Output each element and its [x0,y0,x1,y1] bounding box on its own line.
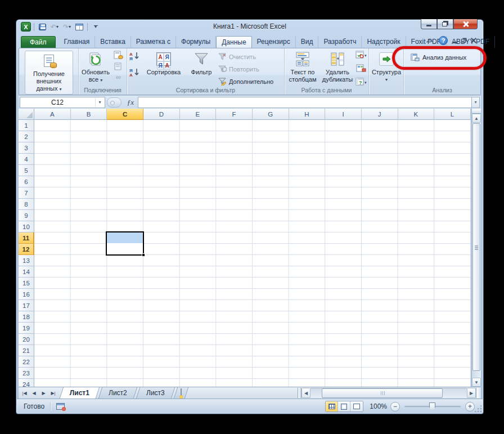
next-sheet-icon[interactable]: ▶ [39,389,48,397]
remove-duplicates-button[interactable]: Удалить дубликаты [321,51,354,83]
tab-page-layout[interactable]: Разметка с [131,36,176,48]
row-header-11[interactable]: 11 [19,232,34,244]
column-header-H[interactable]: H [289,109,326,120]
column-header-L[interactable]: L [434,109,471,120]
formula-input[interactable] [138,97,471,108]
close-button[interactable] [453,19,478,29]
expand-formula-bar-icon[interactable]: ▾ [471,97,480,108]
column-header-K[interactable]: K [398,109,435,120]
get-external-data-button[interactable]: Получение внешних данных ▾ [25,51,73,95]
connection-properties-button[interactable] [114,51,123,60]
name-box[interactable]: C12 ▾ [20,97,105,108]
tab-insert[interactable]: Вставка [95,36,131,48]
sort-ascending-button[interactable]: АЯ [129,51,140,63]
row-header-23[interactable]: 23 [19,368,34,379]
sheet-tab-Лист1[interactable]: Лист1 [60,387,100,399]
row-header-7[interactable]: 7 [19,187,34,199]
edit-links-icon[interactable]: ∞ [114,73,123,82]
restore-button[interactable] [437,19,453,29]
insert-function-button[interactable]: ƒx [123,97,138,108]
tab-home[interactable]: Главная [59,36,96,48]
reapply-filter-button[interactable]: Повторить [218,64,273,75]
row-header-1[interactable]: 1 [19,120,34,131]
consolidate-button[interactable] [356,64,367,75]
name-box-resizer[interactable] [107,97,122,108]
zoom-slider[interactable] [404,406,461,408]
horizontal-split-handle[interactable] [476,388,481,398]
scroll-left-icon[interactable]: ◀ [302,388,310,398]
column-header-E[interactable]: E [180,109,217,120]
workbook-minimize-button[interactable] [453,38,457,43]
row-header-19[interactable]: 19 [19,323,34,334]
sort-descending-button[interactable]: ЯА [129,68,140,79]
select-all-corner[interactable] [19,109,34,120]
column-header-C[interactable]: C [107,109,143,120]
zoom-slider-thumb[interactable] [429,402,435,411]
tab-file[interactable]: Файл [21,36,56,48]
sheet-tab-Лист3[interactable]: Лист3 [136,387,175,399]
vertical-scrollbar[interactable]: ▲ ▼ [471,109,481,387]
tab-data[interactable]: Данные [216,36,251,48]
vertical-split-handle[interactable] [472,109,481,114]
workbook-restore-button[interactable] [462,39,466,43]
sheet-tab-Лист2[interactable]: Лист2 [98,387,137,399]
row-header-22[interactable]: 22 [19,356,34,368]
row-header-4[interactable]: 4 [19,154,34,165]
normal-view-button[interactable] [326,401,338,411]
column-header-J[interactable]: J [362,109,398,120]
row-header-20[interactable]: 20 [19,334,34,345]
tab-scroll-splitter[interactable] [298,388,302,398]
sort-button[interactable]: АЯЯА Сортировка [143,51,184,76]
column-header-F[interactable]: F [216,109,253,120]
prev-sheet-icon[interactable]: ◀ [30,389,38,397]
record-macro-icon[interactable] [56,403,65,410]
row-header-5[interactable]: 5 [19,165,34,176]
row-header-15[interactable]: 15 [19,278,34,289]
row-header-24[interactable]: 24 [19,379,34,387]
row-header-21[interactable]: 21 [19,345,34,356]
row-header-16[interactable]: 16 [19,289,34,300]
workbook-close-button[interactable] [471,38,476,43]
row-header-10[interactable]: 10 [19,221,34,232]
horizontal-scrollbar[interactable]: ◀ ▶ [302,388,476,398]
tab-view[interactable]: Вид [296,36,319,48]
clear-filter-button[interactable]: Очистить [218,51,273,62]
filter-button[interactable]: Фильтр [187,51,216,76]
data-analysis-button[interactable]: Анализ данных [411,52,466,63]
column-header-I[interactable]: I [325,109,362,120]
row-header-12[interactable]: 12 [19,244,34,255]
page-layout-view-button[interactable] [338,401,350,411]
row-header-13[interactable]: 13 [19,255,34,266]
scroll-right-icon[interactable]: ▶ [467,388,476,398]
selection-box[interactable] [106,231,144,256]
row-header-3[interactable]: 3 [19,142,34,154]
column-header-A[interactable]: A [34,109,71,120]
scroll-up-icon[interactable]: ▲ [472,114,481,123]
zoom-in-button[interactable]: + [465,402,475,411]
data-validation-button[interactable]: ▾ [356,51,367,61]
cell-grid[interactable] [34,120,471,387]
row-header-17[interactable]: 17 [19,300,34,311]
advanced-filter-button[interactable]: Дополнительно [218,76,273,87]
column-header-D[interactable]: D [143,109,180,120]
column-header-B[interactable]: B [71,109,107,120]
help-icon[interactable]: ? [439,36,448,45]
horizontal-scroll-track[interactable] [310,388,467,398]
name-box-dropdown-icon[interactable]: ▾ [95,98,104,107]
tab-review[interactable]: Рецензирс [252,36,296,48]
properties-button[interactable] [114,62,123,71]
row-header-14[interactable]: 14 [19,266,34,278]
row-header-6[interactable]: 6 [19,176,34,187]
first-sheet-icon[interactable]: |◀ [20,389,29,397]
row-header-2[interactable]: 2 [19,131,34,142]
tab-formulas[interactable]: Формулы [176,36,216,48]
tab-developer[interactable]: Разработч [318,36,362,48]
last-sheet-icon[interactable]: ▶| [49,389,57,397]
minimize-button[interactable] [421,19,437,29]
vertical-scroll-thumb[interactable] [472,123,480,371]
outline-button[interactable]: Структура ▾ [371,51,402,83]
tab-add-ins[interactable]: Надстройк [362,36,406,48]
row-header-9[interactable]: 9 [19,210,34,221]
page-break-view-button[interactable] [350,401,363,411]
column-header-G[interactable]: G [253,109,289,120]
